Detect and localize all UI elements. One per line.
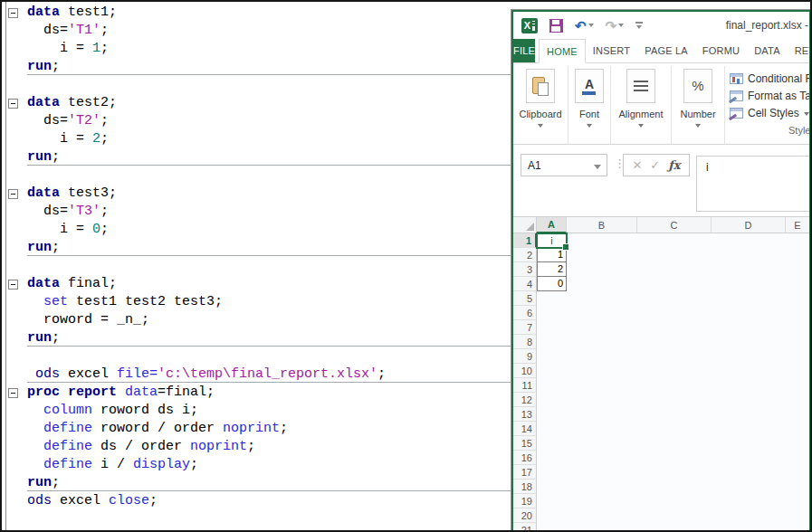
fold-toggle-icon[interactable] — [8, 99, 18, 109]
code-token: test1; — [60, 5, 117, 20]
cell-A13[interactable] — [537, 407, 567, 422]
cell-A7[interactable] — [537, 320, 567, 335]
tab-home[interactable]: HOME — [539, 39, 586, 63]
row-header-8[interactable]: 8 — [513, 335, 537, 349]
tab-rev[interactable]: REV — [788, 39, 811, 62]
cell-A3[interactable]: 2 — [537, 262, 567, 277]
tab-insert[interactable]: INSERT — [586, 39, 637, 62]
number-button[interactable] — [683, 69, 712, 103]
cell-A5[interactable] — [537, 291, 567, 306]
column-header-d[interactable]: D — [712, 217, 786, 233]
undo-dropdown-icon[interactable] — [588, 24, 594, 27]
cell-A1[interactable]: i — [537, 233, 567, 248]
column-header-b[interactable]: B — [567, 217, 637, 233]
fold-toggle-icon[interactable] — [8, 189, 18, 199]
redo-icon: ↷ — [606, 19, 617, 33]
cell-A12[interactable] — [537, 393, 567, 407]
cell-A17[interactable] — [537, 465, 567, 480]
alignment-button[interactable] — [626, 69, 655, 103]
cell-A4[interactable]: 0 — [537, 277, 567, 291]
ribbon-group-label: Alignment — [619, 109, 664, 119]
row-header-18[interactable]: 18 — [513, 480, 537, 494]
fold-toggle-icon[interactable] — [8, 280, 18, 290]
sheet-row-20: 20 — [513, 508, 809, 523]
ribbon-group-number[interactable]: Number — [672, 66, 725, 144]
ribbon-group-label: Number — [680, 109, 715, 119]
insert-function-icon[interactable]: ƒx — [668, 158, 680, 172]
row-header-7[interactable]: 7 — [513, 320, 537, 335]
cell-A16[interactable] — [537, 451, 567, 465]
cell-A14[interactable] — [537, 422, 567, 436]
tab-formu[interactable]: FORMU — [695, 39, 747, 62]
format-as-table-button[interactable]: Format as Table — [730, 87, 809, 104]
row-header-4[interactable]: 4 — [513, 277, 537, 291]
row-header-3[interactable]: 3 — [513, 262, 537, 277]
enter-icon[interactable]: ✓ — [650, 158, 660, 172]
cell-A10[interactable] — [537, 364, 567, 378]
row-header-10[interactable]: 10 — [513, 364, 537, 378]
formula-input[interactable]: i — [696, 156, 811, 212]
row-header-6[interactable]: 6 — [513, 306, 537, 320]
row-header-17[interactable]: 17 — [513, 465, 537, 480]
undo-icon[interactable]: ↶ — [575, 19, 587, 33]
tab-file[interactable]: FILE — [513, 39, 535, 62]
save-icon[interactable] — [549, 19, 563, 33]
clipboard-icon — [532, 76, 549, 96]
row-header-15[interactable]: 15 — [513, 436, 537, 451]
sheet-rows[interactable]: 1i21324056789101112131415161718192021 — [513, 233, 809, 532]
select-all-corner[interactable] — [513, 217, 537, 233]
sheet-row-19: 19 — [513, 494, 809, 508]
row-header-13[interactable]: 13 — [513, 407, 537, 422]
ribbon-group-font[interactable]: Font — [568, 66, 611, 144]
cell-A9[interactable] — [537, 349, 567, 364]
cell-styles-button[interactable]: Cell Styles — [730, 104, 809, 121]
column-headers: ABCDE — [513, 217, 809, 233]
tab-data[interactable]: DATA — [747, 39, 788, 62]
chevron-down-icon[interactable] — [594, 165, 601, 169]
tab-page-la[interactable]: PAGE LA — [637, 39, 695, 62]
row-header-21[interactable]: 21 — [513, 523, 537, 532]
cell-A8[interactable] — [537, 335, 567, 349]
row-header-20[interactable]: 20 — [513, 508, 537, 523]
cell-A20[interactable] — [537, 508, 567, 523]
redo-button[interactable]: ↷ — [606, 19, 625, 33]
row-header-5[interactable]: 5 — [513, 291, 537, 306]
conditional-form-button[interactable]: Conditional Form — [730, 70, 809, 87]
row-header-16[interactable]: 16 — [513, 451, 537, 465]
cell-A19[interactable] — [537, 494, 567, 508]
row-header-19[interactable]: 19 — [513, 494, 537, 508]
column-header-a[interactable]: A — [537, 217, 567, 233]
code-token: run — [27, 59, 52, 74]
ribbon-group-styles[interactable]: Conditional FormFormat as TableCell Styl… — [725, 66, 809, 144]
name-box[interactable]: A1 — [521, 154, 607, 176]
ribbon-group-alignment[interactable]: Alignment — [611, 66, 672, 144]
redo-dropdown-icon[interactable] — [618, 24, 624, 27]
row-header-1[interactable]: 1 — [513, 233, 537, 248]
row-header-12[interactable]: 12 — [513, 393, 537, 407]
row-header-9[interactable]: 9 — [513, 349, 537, 364]
font-button[interactable] — [575, 69, 604, 103]
code-token: run — [27, 240, 52, 255]
fold-toggle-icon[interactable] — [8, 388, 18, 398]
code-token — [27, 294, 43, 309]
row-header-14[interactable]: 14 — [513, 422, 537, 436]
customize-quick-access-icon[interactable] — [635, 22, 643, 29]
sheet-grid[interactable]: ABCDE 1i21324056789101112131415161718192… — [513, 217, 809, 532]
row-header-2[interactable]: 2 — [513, 248, 537, 262]
cell-A15[interactable] — [537, 436, 567, 451]
undo-button[interactable]: ↶ — [575, 19, 594, 33]
cell-A18[interactable] — [537, 480, 567, 494]
cell-A2[interactable]: 1 — [537, 248, 567, 262]
column-header-e[interactable]: E — [786, 217, 809, 233]
cancel-icon[interactable]: ✕ — [632, 158, 642, 172]
fold-toggle-icon[interactable] — [8, 8, 18, 18]
excel-window[interactable]: X ↶ ↷ final_report.xlsx - FILEHOMEINSERT… — [511, 10, 811, 532]
style-item-label: Conditional Form — [748, 72, 809, 85]
clipboard-button[interactable] — [526, 69, 555, 103]
ribbon-group-clipboard[interactable]: Clipboard — [513, 66, 568, 144]
cell-A11[interactable] — [537, 378, 567, 393]
cell-A6[interactable] — [537, 306, 567, 320]
row-header-11[interactable]: 11 — [513, 378, 537, 393]
column-header-c[interactable]: C — [637, 217, 712, 233]
cell-A21[interactable] — [537, 523, 567, 532]
